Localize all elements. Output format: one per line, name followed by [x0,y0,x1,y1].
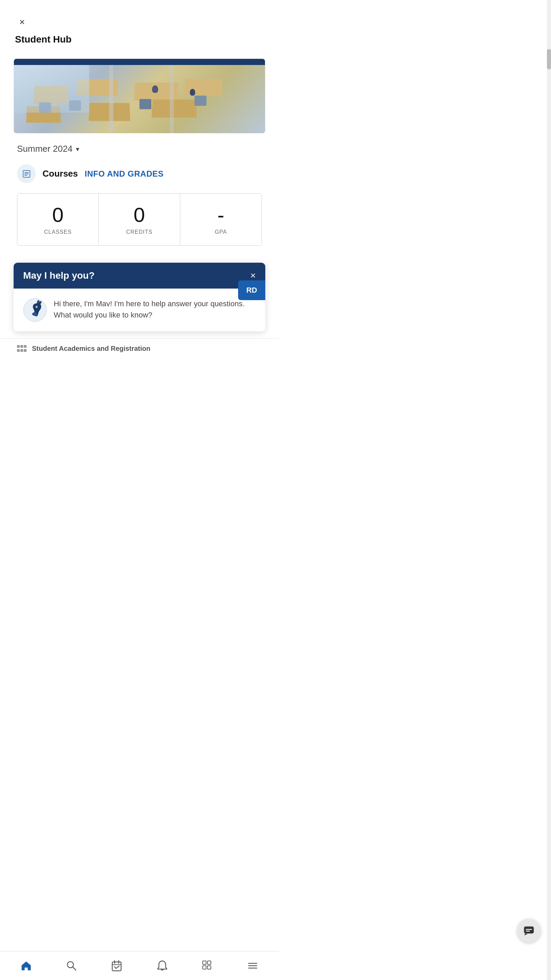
hero-container [14,59,265,134]
svg-rect-9 [21,345,23,348]
grid-bars-icon [17,345,27,353]
mascot-icon [23,298,47,322]
stat-cell-credits: 0 CREDITS [98,194,180,245]
courses-section: Courses INFO AND GRADES 0 CLASSES 0 CRED… [0,158,279,263]
chat-close-button[interactable]: × [250,271,256,280]
svg-rect-8 [17,345,20,348]
chevron-down-icon: ▾ [76,145,79,153]
stats-grid: 0 CLASSES 0 CREDITS - GPA [17,193,262,246]
chat-popup-header: May I help you? × [14,263,265,288]
classes-value: 0 [24,204,92,226]
stat-cell-gpa: - GPA [180,194,262,245]
bottom-peek: Student Academics and Registration [0,338,279,359]
credits-label: CREDITS [105,229,173,235]
stat-cell-classes: 0 CLASSES [17,194,98,245]
info-grades-link[interactable]: INFO AND GRADES [85,169,164,179]
hero-image-content [14,65,265,133]
bars-icon [17,345,27,353]
svg-rect-13 [24,349,27,352]
courses-label: Courses [43,169,78,179]
chat-popup-title: May I help you? [23,270,95,281]
courses-icon-wrap [17,164,36,183]
semester-label: Summer 2024 [17,143,73,154]
chat-popup: May I help you? × [14,263,265,331]
chat-message: Hi there, I'm Mav! I'm here to help answ… [54,298,256,321]
hero-top-bar [14,59,265,65]
hero-image [14,65,265,133]
semester-selector[interactable]: Summer 2024 ▾ [17,143,262,154]
svg-rect-11 [17,349,20,352]
classes-label: CLASSES [24,229,92,235]
avatar [23,298,47,322]
blue-button-partial[interactable]: RD [238,280,265,300]
svg-point-6 [37,307,38,308]
credits-value: 0 [105,204,173,226]
courses-header: Courses INFO AND GRADES [17,164,262,183]
gpa-value: - [187,204,255,226]
close-button[interactable]: × [14,14,30,30]
gpa-label: GPA [187,229,255,235]
bottom-peek-text: Student Academics and Registration [32,345,150,353]
page-title: Student Hub [14,34,265,45]
svg-rect-12 [21,349,23,352]
semester-section: Summer 2024 ▾ [0,134,279,158]
header: × Student Hub [0,0,279,52]
svg-rect-10 [24,345,27,348]
courses-icon [22,169,31,179]
chat-popup-body: Hi there, I'm Mav! I'm here to help answ… [14,288,265,331]
